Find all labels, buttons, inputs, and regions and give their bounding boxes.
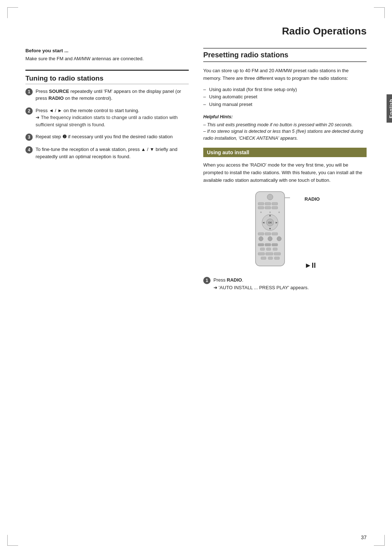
step-3: 3 Repeat step ❷ if necessary until you f… [25,133,189,141]
step-4-number: 4 [25,146,33,153]
svg-rect-32 [274,253,281,255]
auto-install-step-1: 1 Press RADIO. ➜ 'AUTO INSTALL ... PRESS… [203,276,367,292]
svg-point-8 [260,212,262,213]
svg-point-21 [259,237,263,241]
step-1-source-bold: SOURCE [49,89,69,94]
tuning-section-title: Tuning to radio stations [25,74,189,82]
presetting-bullet-list: Using auto install (for first time setup… [203,86,367,108]
helpful-hint-1: – This unit exits presetting mode if no … [203,122,367,128]
svg-rect-26 [272,243,278,246]
section-rule-top [25,70,189,71]
svg-rect-2 [258,202,264,205]
helpful-hints-title: Helpful Hints: [203,114,367,120]
svg-rect-33 [261,257,266,259]
before-start-text: Make sure the FM and AM/MW antennas are … [25,55,189,62]
svg-rect-31 [266,253,273,255]
auto-install-arrow-text: ➜ 'AUTO INSTALL ... PRESS PLAY' appears. [213,285,309,290]
remote-image-container: ▲ ▼ ◄ ► OK [203,190,367,271]
auto-install-step-1-number: 1 [203,277,211,284]
step-3-ref: ❷ [62,134,67,139]
step-3-content: Repeat step ❷ if necessary until you fin… [36,133,189,141]
step-2-content: Press ◄ / ► on the remote control to sta… [36,107,189,128]
svg-text:▲: ▲ [269,214,271,217]
before-start-section: Before you start ... Make sure the FM an… [25,48,189,62]
corner-mark-bl [7,535,18,546]
page-title: Radio Operations [25,25,367,37]
svg-rect-24 [258,243,264,246]
bullet-item-2: Using automatic preset [203,93,367,101]
svg-rect-27 [260,248,265,250]
step-3-number: 3 [25,134,33,141]
auto-install-step-1-content: Press RADIO. ➜ 'AUTO INSTALL ... PRESS P… [213,276,367,292]
helpful-hints: Helpful Hints: – This unit exits presett… [203,114,367,142]
step-1-radio-bold: RADIO [48,95,64,101]
step-1: 1 Press SOURCE repeatedly until 'FM' app… [25,88,189,102]
svg-point-22 [268,237,272,241]
svg-rect-19 [265,233,271,235]
step-4: 4 To fine-tune the reception of a weak s… [25,146,189,160]
corner-mark-tr [374,7,385,18]
presetting-intro: You can store up to 40 FM and 20 AM/MW p… [203,67,367,82]
bullet-item-3: Using manual preset [203,101,367,108]
language-tab: English [387,94,392,123]
auto-install-text: When you access the 'RADIO' mode for the… [203,161,367,184]
svg-rect-25 [265,243,271,246]
svg-rect-3 [265,202,271,205]
svg-rect-29 [273,248,277,250]
svg-rect-7 [272,206,278,209]
page-number: 37 [361,534,367,540]
helpful-hint-2: – If no stereo signal is detected or les… [203,128,367,142]
svg-rect-4 [272,202,278,205]
step-2-number: 2 [25,107,33,115]
radio-bold: RADIO [227,277,242,283]
svg-rect-28 [266,248,271,250]
radio-label: RADIO [305,196,320,202]
svg-text:OK: OK [268,221,272,224]
svg-point-9 [269,212,271,213]
step-1-content: Press SOURCE repeatedly until 'FM' appea… [36,88,189,102]
svg-point-1 [267,194,273,200]
svg-rect-18 [258,233,264,235]
svg-rect-34 [268,257,273,259]
bullet-item-1: Using auto install (for first time setup… [203,86,367,94]
svg-text:◄: ◄ [262,221,265,224]
before-start-title: Before you start ... [25,48,189,53]
remote-image: ▲ ▼ ◄ ► OK [250,190,297,271]
remote-svg: ▲ ▼ ◄ ► OK [250,190,290,270]
svg-point-23 [277,237,281,241]
svg-rect-35 [274,257,279,259]
svg-point-10 [278,212,280,213]
right-column: Presetting radio stations You can store … [203,48,367,295]
left-column: Before you start ... Make sure the FM an… [25,48,189,295]
step-1-number: 1 [25,88,33,95]
step-2: 2 Press ◄ / ► on the remote control to s… [25,107,189,128]
svg-rect-30 [258,253,265,255]
presetting-title: Presetting radio stations [203,48,367,62]
svg-text:►: ► [275,221,278,224]
svg-rect-5 [258,206,264,209]
step-2-arrow-text: ➜ The frequency indication starts to cha… [36,115,178,127]
play-pause-label: ►II [305,261,320,270]
auto-install-heading: Using auto install [203,148,367,157]
corner-mark-tl [7,7,18,18]
svg-rect-20 [272,233,278,235]
remote-labels: RADIO ►II [305,190,320,270]
svg-rect-6 [265,206,271,209]
step-4-content: To fine-tune the reception of a weak sta… [36,146,189,160]
section-rule-bottom [25,84,189,84]
svg-text:▼: ▼ [269,227,271,230]
corner-mark-br [374,535,385,546]
